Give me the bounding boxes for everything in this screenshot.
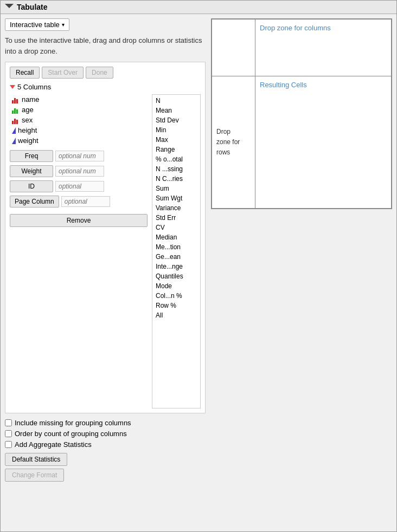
stat-n[interactable]: N [152,96,200,106]
weight-row: Weight [10,165,148,177]
column-age-label: age [22,106,34,114]
freq-button[interactable]: Freq [10,150,53,162]
top-left-cell [212,20,255,76]
freq-input[interactable] [55,151,104,161]
stat-inte-nge[interactable]: Inte...nge [152,262,200,271]
freq-row: Freq [10,150,148,162]
dropdown-arrow-icon: ▾ [62,22,65,28]
drop-zone-columns[interactable]: Drop zone for columns [255,20,392,76]
stat-col-pct[interactable]: Col...n % [152,291,200,301]
controls-area: Recall Start Over Done 5 Columns [5,62,206,413]
id-input[interactable] [55,181,104,192]
stat-n-categories[interactable]: N C...ries [152,174,200,184]
page-col-input[interactable] [61,196,110,207]
weight-button[interactable]: Weight [10,165,53,177]
order-by-count-row: Order by count of grouping columns [5,430,206,438]
stat-variance[interactable]: Variance [152,203,200,213]
weight-input[interactable] [55,166,104,177]
id-row: ID [10,180,148,192]
add-aggregate-checkbox[interactable] [5,441,12,448]
stat-std-dev[interactable]: Std Dev [152,115,200,125]
list-item[interactable]: name [10,94,148,105]
triangle-blue-icon [12,127,16,134]
stat-std-err[interactable]: Std Err [152,213,200,223]
drop-zone-table: Drop zone for columns Dropzone forrows R… [212,19,392,209]
column-height-label: height [18,126,37,134]
stat-mode[interactable]: Mode [152,281,200,291]
add-aggregate-label: Add Aggregate Statistics [15,440,92,449]
include-missing-label: Include missing for grouping columns [15,419,131,427]
recall-button[interactable]: Recall [10,67,40,79]
button-row: Recall Start Over Done [10,67,201,79]
remove-button[interactable]: Remove [10,214,148,227]
default-stats-button[interactable]: Default Statistics [5,453,67,466]
stat-mean[interactable]: Mean [152,106,200,115]
bar-chart-green-icon [12,106,20,114]
stat-median[interactable]: Median [152,232,200,242]
bar-chart-red-icon [12,96,20,103]
columns-header: 5 Columns [10,83,201,91]
statistics-list: N Mean Std Dev Min Max Range % o...otal … [152,94,201,408]
collapse-arrow-icon[interactable] [5,4,14,11]
stat-n-missing[interactable]: N ...ssing [152,164,200,174]
columns-expand-icon[interactable] [10,85,15,89]
bar-chart-red2-icon [12,116,20,124]
table-type-label: Interactive table [10,21,60,29]
window-title: Tabulate [17,3,48,11]
start-over-button[interactable]: Start Over [42,67,84,79]
left-panel: Interactive table ▾ To use the interacti… [5,18,206,482]
table-type-dropdown[interactable]: Interactive table ▾ [5,18,69,31]
column-name-label: name [22,95,40,103]
stat-range[interactable]: Range [152,145,200,154]
page-col-row: Page Column [10,196,148,207]
list-item[interactable]: age [10,105,148,115]
col-fields: Freq Weight ID [10,150,148,408]
stat-quantiles[interactable]: Quantiles [152,271,200,281]
drop-zone-rows[interactable]: Dropzone forrows [212,76,255,208]
left-sub-panel: name age [10,94,148,408]
stat-pct-total[interactable]: % o...otal [152,154,200,164]
stat-min[interactable]: Min [152,125,200,135]
dropdown-row: Interactive table ▾ [5,18,206,31]
stat-ge-ean[interactable]: Ge...ean [152,252,200,262]
column-weight-label: weight [18,137,39,145]
columns-count-label: 5 Columns [17,83,51,91]
columns-list: name age [10,94,148,146]
stat-row-pct[interactable]: Row % [152,301,200,310]
description-text: To use the interactive table, drag and d… [5,35,206,56]
include-missing-checkbox[interactable] [5,419,12,426]
change-format-button[interactable]: Change Format [5,469,64,482]
stat-sum[interactable]: Sum [152,184,200,193]
stat-me-tion[interactable]: Me...tion [152,242,200,252]
done-button[interactable]: Done [86,67,113,79]
right-panel: Drop zone for columns Dropzone forrows R… [211,18,392,482]
list-item[interactable]: height [10,125,148,135]
two-col-layout: name age [10,94,201,408]
bottom-buttons: Default Statistics Change Format [5,453,206,482]
stat-sum-wgt[interactable]: Sum Wgt [152,193,200,203]
main-content: Interactive table ▾ To use the interacti… [1,14,396,486]
page-column-button[interactable]: Page Column [10,196,59,207]
title-bar: Tabulate [1,1,396,14]
stat-all[interactable]: All [152,310,200,320]
id-button[interactable]: ID [10,180,53,192]
include-missing-row: Include missing for grouping columns [5,419,206,427]
list-item[interactable]: weight [10,135,148,146]
triangle-blue2-icon [12,138,16,144]
stat-cv[interactable]: CV [152,223,200,232]
order-by-count-checkbox[interactable] [5,430,12,437]
drop-zone-container: Drop zone for columns Dropzone forrows R… [211,18,392,209]
tabulate-window: Tabulate Interactive table ▾ To use the … [0,0,397,532]
list-item[interactable]: sex [10,115,148,125]
column-sex-label: sex [22,116,33,124]
stat-max[interactable]: Max [152,135,200,145]
resulting-cells-zone[interactable]: Resulting Cells [255,76,392,208]
order-by-count-label: Order by count of grouping columns [15,430,127,438]
add-aggregate-row: Add Aggregate Statistics [5,440,206,449]
